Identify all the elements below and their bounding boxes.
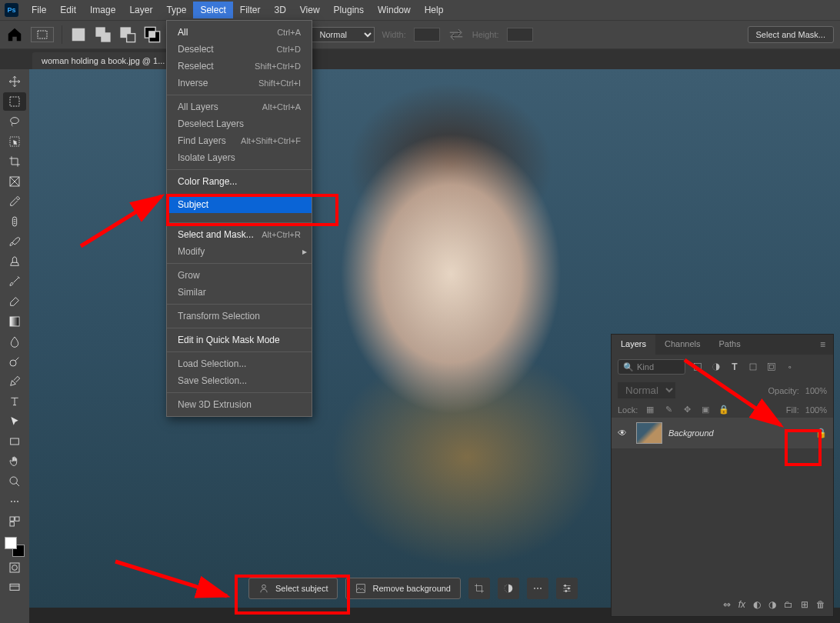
lasso-tool[interactable]: [3, 112, 26, 131]
filter-pixel-icon[interactable]: [692, 361, 704, 373]
properties-icon[interactable]: [556, 578, 578, 599]
menu-item-isolate-layers: Isolate Layers: [167, 149, 312, 166]
link-layers-icon[interactable]: ⇔: [723, 599, 731, 610]
tab-paths[interactable]: Paths: [710, 335, 750, 355]
object-selection-tool[interactable]: [3, 132, 26, 151]
svg-rect-19: [15, 517, 19, 521]
menu-layer[interactable]: Layer: [122, 2, 159, 18]
tab-channels[interactable]: Channels: [655, 335, 709, 355]
panel-menu-icon[interactable]: ≡: [812, 335, 833, 355]
layer-thumbnail[interactable]: [636, 422, 662, 444]
hand-tool[interactable]: [3, 452, 26, 471]
adjustment-layer-icon[interactable]: ◑: [768, 599, 776, 610]
new-selection-icon[interactable]: [70, 26, 87, 43]
menu-plugins[interactable]: Plugins: [327, 2, 371, 18]
more-tools[interactable]: ⋯: [3, 492, 26, 511]
brush-tool[interactable]: [3, 232, 26, 251]
menubar: Ps File Edit Image Layer Type Select Fil…: [0, 0, 840, 20]
menu-window[interactable]: Window: [371, 2, 418, 18]
pen-tool[interactable]: [3, 372, 26, 391]
subtract-selection-icon[interactable]: [119, 26, 136, 43]
clone-stamp-tool[interactable]: [3, 252, 26, 271]
filter-smart-icon[interactable]: [765, 361, 778, 373]
crop-tool[interactable]: [3, 152, 26, 171]
menu-item-deselect-layers: Deselect Layers: [167, 115, 312, 132]
blur-tool[interactable]: [3, 332, 26, 351]
height-field: [507, 28, 533, 42]
menu-image[interactable]: Image: [83, 2, 122, 18]
fill-value[interactable]: 100%: [805, 405, 827, 415]
menu-type[interactable]: Type: [159, 2, 193, 18]
menu-3d[interactable]: 3D: [267, 2, 292, 18]
menu-filter[interactable]: Filter: [233, 2, 268, 18]
quick-mask-toggle[interactable]: [3, 558, 26, 577]
layer-row-background[interactable]: 👁 Background 🔒: [612, 418, 833, 448]
menu-edit[interactable]: Edit: [53, 2, 83, 18]
zoom-tool[interactable]: [3, 472, 26, 491]
layer-lock-icon[interactable]: 🔒: [815, 428, 827, 438]
menu-item-edit-in-quick-mask-mode[interactable]: Edit in Quick Mask Mode: [167, 331, 312, 348]
menu-item-subject[interactable]: Subject: [167, 196, 312, 213]
opacity-value[interactable]: 100%: [805, 386, 827, 395]
select-and-mask-button[interactable]: Select and Mask...: [748, 26, 835, 43]
edit-toolbar[interactable]: [3, 512, 26, 531]
menu-select[interactable]: Select: [193, 2, 232, 18]
crop-icon[interactable]: [468, 578, 490, 599]
tab-layers[interactable]: Layers: [612, 335, 655, 355]
lock-pixels-icon[interactable]: ▦: [644, 405, 656, 415]
adjust-icon[interactable]: [498, 578, 519, 599]
menu-view[interactable]: View: [293, 2, 327, 18]
lock-artboard-icon[interactable]: ▣: [699, 405, 712, 415]
home-icon[interactable]: [6, 26, 23, 43]
group-icon[interactable]: 🗀: [784, 599, 793, 610]
path-selection-tool[interactable]: [3, 412, 26, 431]
healing-brush-tool[interactable]: [3, 212, 26, 231]
history-brush-tool[interactable]: [3, 272, 26, 291]
menu-help[interactable]: Help: [418, 2, 451, 18]
dodge-tool[interactable]: [3, 352, 26, 371]
tool-preset-picker[interactable]: [31, 27, 54, 42]
svg-rect-21: [10, 563, 19, 572]
gradient-tool[interactable]: [3, 312, 26, 331]
layer-filter-kind[interactable]: 🔍 Kind: [618, 359, 685, 375]
delete-layer-icon[interactable]: 🗑: [816, 599, 825, 610]
menu-item-color-range[interactable]: Color Range...: [167, 173, 312, 190]
remove-background-button[interactable]: Remove background: [345, 578, 461, 599]
color-swatches[interactable]: [5, 537, 25, 557]
layer-style-icon[interactable]: fx: [738, 599, 745, 610]
eraser-tool[interactable]: [3, 292, 26, 311]
lock-position-icon[interactable]: ✥: [681, 405, 693, 415]
lock-all-icon[interactable]: 🔒: [718, 405, 730, 415]
svg-point-22: [12, 565, 18, 571]
marquee-tool[interactable]: [3, 92, 26, 111]
add-selection-icon[interactable]: [95, 26, 112, 43]
layer-mask-icon[interactable]: ◐: [753, 599, 761, 610]
frame-tool[interactable]: [3, 172, 26, 191]
blend-mode-select[interactable]: Normal: [618, 382, 675, 398]
new-layer-icon[interactable]: ⊞: [801, 599, 808, 610]
svg-point-27: [565, 585, 566, 586]
intersect-selection-icon[interactable]: [144, 26, 161, 43]
layer-name[interactable]: Background: [668, 428, 809, 438]
width-label: Width:: [382, 30, 406, 39]
move-tool[interactable]: [3, 72, 26, 91]
style-select[interactable]: Normal: [312, 27, 375, 42]
eyedropper-tool[interactable]: [3, 192, 26, 211]
filter-toggle-icon[interactable]: ◦: [784, 361, 796, 373]
lock-brush-icon[interactable]: ✎: [662, 405, 675, 415]
select-subject-button[interactable]: Select subject: [248, 578, 338, 599]
menu-file[interactable]: File: [25, 2, 53, 18]
rectangle-tool[interactable]: [3, 432, 26, 451]
menu-item-select-and-mask[interactable]: Select and Mask...Alt+Ctrl+R: [167, 226, 312, 243]
menu-item-similar: Similar: [167, 284, 312, 301]
filter-shape-icon[interactable]: [747, 361, 759, 373]
lock-fill-row: Lock: ▦ ✎ ✥ ▣ 🔒 Fill: 100%: [612, 401, 833, 418]
type-tool[interactable]: [3, 392, 26, 411]
filter-type-icon[interactable]: T: [728, 361, 741, 373]
more-icon[interactable]: ⋯: [527, 578, 548, 599]
visibility-icon[interactable]: 👁: [618, 428, 630, 438]
filter-adjustment-icon[interactable]: [710, 361, 722, 373]
document-tab[interactable]: woman holding a book.jpg @ 1...: [32, 52, 174, 69]
menu-item-all[interactable]: AllCtrl+A: [167, 24, 312, 41]
screen-mode-toggle[interactable]: [3, 578, 26, 597]
